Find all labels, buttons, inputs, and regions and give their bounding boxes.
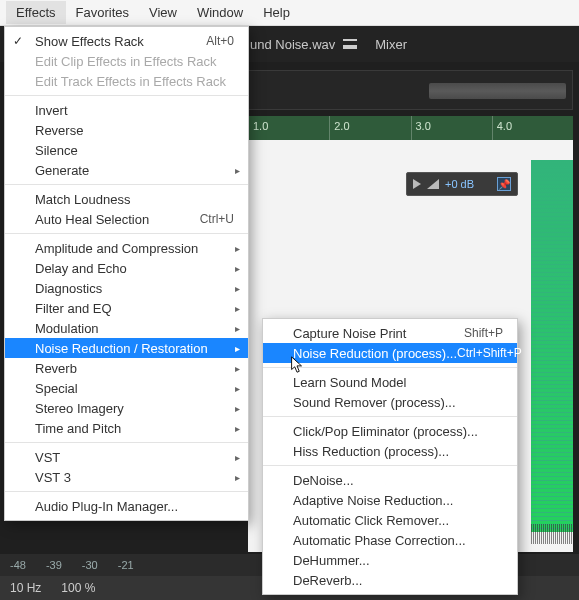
menu-item-label: Automatic Click Remover... — [293, 513, 449, 528]
menu-item-label: DeNoise... — [293, 473, 354, 488]
menu-item-label: DeHummer... — [293, 553, 370, 568]
menu-item-label: Click/Pop Eliminator (process)... — [293, 424, 478, 439]
menu-item-label: Special — [35, 381, 78, 396]
menu-item-reverse[interactable]: Reverse — [5, 120, 248, 140]
menu-item-plugin-manager[interactable]: Audio Plug-In Manager... — [5, 496, 248, 516]
menu-item-stereo-imagery[interactable]: Stereo Imagery — [5, 398, 248, 418]
ruler-tick: 1.0 — [248, 116, 329, 140]
play-icon — [413, 179, 421, 189]
menu-item-silence[interactable]: Silence — [5, 140, 248, 160]
menu-item-auto-heal[interactable]: Auto Heal Selection Ctrl+U — [5, 209, 248, 229]
menu-separator — [5, 442, 248, 443]
menu-separator — [5, 491, 248, 492]
menu-item-diagnostics[interactable]: Diagnostics — [5, 278, 248, 298]
menu-item-amplitude-compression[interactable]: Amplitude and Compression — [5, 238, 248, 258]
menu-window[interactable]: Window — [187, 1, 253, 24]
waveform-graphic — [531, 160, 573, 532]
menu-item-special[interactable]: Special — [5, 378, 248, 398]
menu-item-learn-sound-model[interactable]: Learn Sound Model — [263, 372, 517, 392]
menu-item-dereverb[interactable]: DeReverb... — [263, 570, 517, 590]
level-tick: -21 — [118, 559, 134, 571]
menu-item-time-pitch[interactable]: Time and Pitch — [5, 418, 248, 438]
menu-separator — [5, 233, 248, 234]
menu-item-click-pop-eliminator[interactable]: Click/Pop Eliminator (process)... — [263, 421, 517, 441]
menu-item-generate[interactable]: Generate — [5, 160, 248, 180]
menu-separator — [5, 95, 248, 96]
menu-item-shortcut: Ctrl+Shift+P — [457, 346, 522, 360]
menu-help[interactable]: Help — [253, 1, 300, 24]
menu-item-label: Noise Reduction (process)... — [293, 346, 457, 361]
menu-item-label: Filter and EQ — [35, 301, 112, 316]
menu-item-label: Edit Clip Effects in Effects Rack — [35, 54, 217, 69]
menu-item-invert[interactable]: Invert — [5, 100, 248, 120]
menu-item-label: Stereo Imagery — [35, 401, 124, 416]
menu-item-automatic-click-remover[interactable]: Automatic Click Remover... — [263, 510, 517, 530]
ruler-tick: 4.0 — [492, 116, 573, 140]
waveform-graphic-small — [531, 524, 573, 544]
menu-item-label: Noise Reduction / Restoration — [35, 341, 208, 356]
gain-hud[interactable]: +0 dB 📌 — [406, 172, 518, 196]
menu-item-label: Reverb — [35, 361, 77, 376]
menu-item-label: Modulation — [35, 321, 99, 336]
menu-item-show-effects-rack[interactable]: ✓ Show Effects Rack Alt+0 — [5, 31, 248, 51]
menu-item-label: Audio Plug-In Manager... — [35, 499, 178, 514]
menu-separator — [5, 184, 248, 185]
menu-item-label: Sound Remover (process)... — [293, 395, 456, 410]
file-tab[interactable]: und Noise.wav — [250, 37, 357, 52]
menu-item-label: Auto Heal Selection — [35, 212, 149, 227]
menu-item-label: Reverse — [35, 123, 83, 138]
menu-item-label: Silence — [35, 143, 78, 158]
waveform-thumbnail — [429, 83, 566, 99]
menu-item-edit-track-effects: Edit Track Effects in Effects Rack — [5, 71, 248, 91]
menu-item-label: Diagnostics — [35, 281, 102, 296]
menu-item-label: Amplitude and Compression — [35, 241, 198, 256]
menu-item-vst[interactable]: VST — [5, 447, 248, 467]
menu-item-hiss-reduction[interactable]: Hiss Reduction (process)... — [263, 441, 517, 461]
level-tick: -30 — [82, 559, 98, 571]
gain-value: +0 dB — [445, 178, 474, 190]
menu-item-shortcut: Alt+0 — [206, 34, 234, 48]
menu-item-match-loudness[interactable]: Match Loudness — [5, 189, 248, 209]
menu-item-filter-eq[interactable]: Filter and EQ — [5, 298, 248, 318]
menu-item-denoise[interactable]: DeNoise... — [263, 470, 517, 490]
menu-item-modulation[interactable]: Modulation — [5, 318, 248, 338]
menu-separator — [263, 416, 517, 417]
file-tab-label: und Noise.wav — [250, 37, 335, 52]
status-zoom: 100 % — [61, 581, 95, 595]
menu-item-adaptive-noise-reduction[interactable]: Adaptive Noise Reduction... — [263, 490, 517, 510]
menu-item-noise-reduction-restoration[interactable]: Noise Reduction / Restoration — [5, 338, 248, 358]
menu-item-dehummer[interactable]: DeHummer... — [263, 550, 517, 570]
menu-item-automatic-phase-correction[interactable]: Automatic Phase Correction... — [263, 530, 517, 550]
menu-separator — [263, 465, 517, 466]
menu-item-label: Capture Noise Print — [293, 326, 406, 341]
menu-item-delay-echo[interactable]: Delay and Echo — [5, 258, 248, 278]
menu-item-label: Adaptive Noise Reduction... — [293, 493, 453, 508]
cursor-icon — [290, 356, 304, 374]
menu-bar: Effects Favorites View Window Help — [0, 0, 579, 26]
menu-item-label: DeReverb... — [293, 573, 362, 588]
status-hz: 10 Hz — [10, 581, 41, 595]
menu-item-sound-remover[interactable]: Sound Remover (process)... — [263, 392, 517, 412]
pin-button[interactable]: 📌 — [497, 177, 511, 191]
menu-item-label: Hiss Reduction (process)... — [293, 444, 449, 459]
menu-effects[interactable]: Effects — [6, 1, 66, 24]
menu-item-shortcut: Ctrl+U — [200, 212, 234, 226]
menu-item-edit-clip-effects: Edit Clip Effects in Effects Rack — [5, 51, 248, 71]
time-ruler[interactable]: 1.0 2.0 3.0 4.0 — [248, 116, 573, 140]
menu-item-reverb[interactable]: Reverb — [5, 358, 248, 378]
menu-view[interactable]: View — [139, 1, 187, 24]
menu-item-capture-noise-print[interactable]: Capture Noise Print Shift+P — [263, 323, 517, 343]
menu-favorites[interactable]: Favorites — [66, 1, 139, 24]
overview-waveform[interactable] — [248, 70, 573, 110]
menu-item-label: Show Effects Rack — [35, 34, 144, 49]
menu-item-vst3[interactable]: VST 3 — [5, 467, 248, 487]
level-tick: -48 — [10, 559, 26, 571]
hamburger-icon[interactable] — [343, 39, 357, 49]
level-tick: -39 — [46, 559, 62, 571]
volume-icon — [427, 179, 439, 189]
mixer-tab[interactable]: Mixer — [375, 37, 407, 52]
menu-item-label: Automatic Phase Correction... — [293, 533, 466, 548]
effects-menu: ✓ Show Effects Rack Alt+0 Edit Clip Effe… — [4, 26, 249, 521]
menu-item-label: Match Loudness — [35, 192, 130, 207]
checkmark-icon: ✓ — [13, 34, 23, 48]
